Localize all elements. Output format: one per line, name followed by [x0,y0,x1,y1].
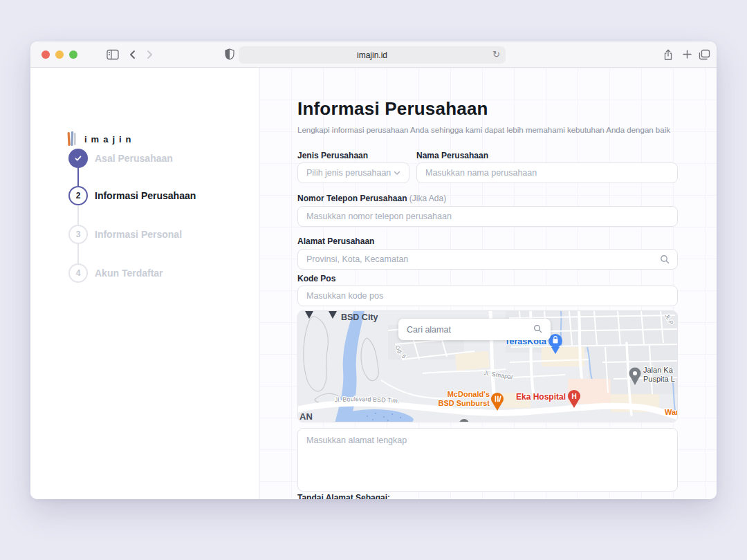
step-connector [77,168,79,186]
chevron-down-icon [394,168,400,178]
page-title: Informasi Perusahaan [297,98,488,120]
map-search-box[interactable]: Cari alamat [398,319,551,340]
reload-icon[interactable]: ↻ [492,49,500,59]
map-label-mcdonalds-1: McDonald's [448,390,490,398]
tandai-alamat-label: Tandai Alamat Sebagai: [297,493,390,499]
check-icon [73,153,83,163]
share-icon[interactable] [663,49,674,64]
url-bar[interactable]: imajin.id ↻ [239,46,506,64]
back-icon[interactable] [127,49,138,63]
nama-perusahaan-input[interactable] [416,162,678,183]
browser-window: imajin.id ↻ imajin [30,41,717,499]
step-4-label[interactable]: Akun Terdaftar [95,263,163,283]
new-tab-icon[interactable] [682,49,692,62]
forward-icon[interactable] [144,49,155,63]
step-connector [77,205,79,225]
jenis-perusahaan-label: Jenis Perusahaan [297,151,368,160]
step-2-number: 2 [76,191,81,200]
step-3-label[interactable]: Informasi Personal [95,225,182,244]
step-2-indicator[interactable]: 2 [68,186,88,205]
nama-perusahaan-label: Nama Perusahaan [416,151,488,160]
map[interactable]: Jl. Boulevard BSD Tim. Gg. 5 Jl. Smapal … [297,310,678,422]
alamat-lengkap-textarea[interactable] [297,428,678,492]
page-subtitle: Lengkapi informasi perusahaan Anda sehin… [297,126,685,134]
step-4-indicator[interactable]: 4 [68,263,88,283]
kode-pos-input[interactable] [297,286,678,306]
step-connector [77,244,79,263]
step-1-indicator[interactable] [68,149,88,168]
zoom-window-button[interactable] [69,50,77,59]
search-icon [660,254,670,267]
map-label-puspita: Puspita L [643,375,675,383]
step-2-label[interactable]: Informasi Perusahaan [95,186,196,205]
map-search-placeholder: Cari alamat [407,325,451,335]
telepon-label-text: Nomor Telepon Perusahaan [297,194,407,203]
logo: imajin [66,130,136,148]
map-label-bsd-city: BSD City [341,312,378,322]
minimize-window-button[interactable] [55,50,64,59]
browser-toolbar: imajin.id ↻ [30,41,717,68]
kode-pos-label: Kode Pos [297,274,335,283]
map-label-mcdonalds-2: BSD Sunburst [438,399,490,407]
url-text: imajin.id [357,50,387,60]
step-3-number: 3 [76,230,81,239]
telepon-input[interactable] [297,206,678,227]
close-window-button[interactable] [42,50,50,59]
alamat-input[interactable] [297,249,678,270]
jenis-perusahaan-select[interactable]: Pilih jenis perusahaan [297,162,409,183]
step-1-label[interactable]: Asal Perusahaan [95,149,173,168]
logo-text: imajin [84,134,136,144]
map-label-an: AN [299,411,313,422]
tab-overview-icon[interactable] [699,49,710,63]
stepper-sidebar: imajin [30,68,259,499]
map-marker-h-glyph: H [571,393,576,400]
step-4-number: 4 [76,268,81,278]
privacy-shield-icon[interactable] [225,48,234,63]
logo-icon [66,130,78,148]
step-3-indicator[interactable]: 3 [68,225,88,244]
alamat-label: Alamat Perusahaan [297,236,374,246]
map-label-jalan-ka: Jalan Ka [643,366,674,374]
telepon-label-hint: (Jika Ada) [409,194,446,203]
map-label-war: War [665,408,678,416]
sidebar-toggle-icon[interactable] [107,49,119,63]
map-label-eka: Eka Hospital [516,392,566,402]
map-search-icon[interactable] [533,324,542,335]
telepon-label: Nomor Telepon Perusahaan (Jika Ada) [297,194,446,203]
jenis-select-value: Pilih jenis perusahaan [306,168,391,178]
